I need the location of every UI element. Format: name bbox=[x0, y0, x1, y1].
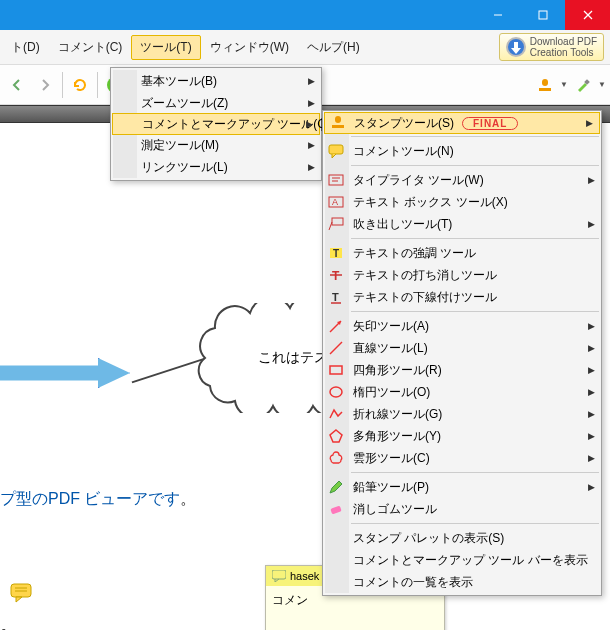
menu-item-rectangle-tool[interactable]: 四角形ツール(R)▶ bbox=[323, 359, 601, 381]
cloud-icon bbox=[327, 449, 345, 467]
svg-point-32 bbox=[330, 387, 342, 397]
highlight-icon: T bbox=[327, 244, 345, 262]
line-icon bbox=[327, 339, 345, 357]
svg-text:T: T bbox=[333, 248, 339, 259]
menu-item-measure-tools[interactable]: 測定ツール(M)▶ bbox=[111, 134, 321, 156]
chevron-right-icon: ▶ bbox=[588, 387, 595, 397]
menu-item-polyline-tool[interactable]: 折れ線ツール(G)▶ bbox=[323, 403, 601, 425]
menu-item-callout-tool[interactable]: 吹き出しツール(T)▶ bbox=[323, 213, 601, 235]
menu-item-zoom-tools[interactable]: ズームツール(Z)▶ bbox=[111, 92, 321, 114]
chevron-right-icon: ▶ bbox=[308, 76, 315, 86]
menu-help[interactable]: ヘルプ(H) bbox=[298, 35, 369, 60]
menu-item-underline-tool[interactable]: T テキストの下線付けツール bbox=[323, 286, 601, 308]
menu-item-comment-tool[interactable]: コメントツール(N) bbox=[323, 140, 601, 162]
textbox-icon: A bbox=[327, 193, 345, 211]
chevron-right-icon: ▶ bbox=[308, 162, 315, 172]
svg-rect-14 bbox=[335, 116, 341, 123]
chevron-right-icon: ▶ bbox=[588, 321, 595, 331]
menu-item-link-tools[interactable]: リンクツール(L)▶ bbox=[111, 156, 321, 178]
menu-item-show-markup-toolbar[interactable]: コメントとマークアップ ツール バーを表示 bbox=[323, 549, 601, 571]
menu-item-cloud-tool[interactable]: 雲形ツール(C)▶ bbox=[323, 447, 601, 469]
markup-tools-submenu: スタンプツール(S) FINAL ▶ コメントツール(N) タイプライタ ツール… bbox=[322, 110, 602, 596]
chevron-right-icon: ▶ bbox=[306, 119, 313, 129]
underline-icon: T bbox=[327, 288, 345, 306]
oval-icon bbox=[327, 383, 345, 401]
svg-rect-13 bbox=[272, 570, 286, 579]
chevron-right-icon: ▶ bbox=[588, 175, 595, 185]
download-pdf-tools-button[interactable]: Download PDF Creation Tools bbox=[499, 33, 604, 61]
menu-comment[interactable]: コメント(C) bbox=[49, 35, 132, 60]
close-button[interactable] bbox=[565, 0, 610, 30]
stamp-icon bbox=[329, 114, 347, 132]
polyline-icon bbox=[327, 405, 345, 423]
polygon-icon bbox=[327, 427, 345, 445]
typewriter-icon bbox=[327, 171, 345, 189]
chevron-right-icon: ▶ bbox=[588, 409, 595, 419]
menu-item-eraser-tool[interactable]: 消しゴムツール bbox=[323, 498, 601, 520]
chevron-right-icon: ▶ bbox=[588, 365, 595, 375]
callout-icon bbox=[327, 215, 345, 233]
toolbar-stamp-button[interactable] bbox=[532, 72, 558, 98]
svg-text:T: T bbox=[332, 269, 340, 283]
svg-rect-31 bbox=[330, 366, 342, 374]
minimize-button[interactable] bbox=[475, 0, 520, 30]
body-text: プ型のPDF ビューアです。 bbox=[0, 489, 196, 510]
sticky-note-author: hasek bbox=[290, 570, 319, 582]
menu-item-highlight-tool[interactable]: T テキストの強調 ツール bbox=[323, 242, 601, 264]
strikeout-icon: T bbox=[327, 266, 345, 284]
arrow-annotation[interactable] bbox=[0, 358, 130, 388]
comment-icon[interactable] bbox=[10, 583, 32, 607]
toolbar-forward-button[interactable] bbox=[32, 72, 58, 98]
menu-edit[interactable]: ト(D) bbox=[2, 35, 49, 60]
eraser-icon bbox=[327, 500, 345, 518]
svg-rect-33 bbox=[330, 505, 341, 514]
svg-rect-22 bbox=[332, 218, 343, 225]
menu-item-stamp-tool[interactable]: スタンプツール(S) FINAL ▶ bbox=[324, 112, 600, 134]
text-fragment: 。 bbox=[0, 613, 18, 630]
menu-item-typewriter-tool[interactable]: タイプライタ ツール(W)▶ bbox=[323, 169, 601, 191]
menu-item-arrow-tool[interactable]: 矢印ツール(A)▶ bbox=[323, 315, 601, 337]
dropdown-arrow-icon[interactable]: ▼ bbox=[560, 80, 568, 89]
svg-rect-15 bbox=[332, 125, 344, 128]
rectangle-icon bbox=[327, 361, 345, 379]
comment-icon bbox=[272, 570, 286, 582]
menu-item-pencil-tool[interactable]: 鉛筆ツール(P)▶ bbox=[323, 476, 601, 498]
chevron-right-icon: ▶ bbox=[588, 453, 595, 463]
menu-item-strikeout-tool[interactable]: T テキストの打ち消しツール bbox=[323, 264, 601, 286]
menu-item-line-tool[interactable]: 直線ツール(L)▶ bbox=[323, 337, 601, 359]
menu-window[interactable]: ウィンドウ(W) bbox=[201, 35, 298, 60]
menu-item-polygon-tool[interactable]: 多角形ツール(Y)▶ bbox=[323, 425, 601, 447]
svg-line-30 bbox=[330, 342, 342, 354]
download-icon bbox=[506, 37, 526, 57]
chevron-right-icon: ▶ bbox=[308, 98, 315, 108]
svg-rect-16 bbox=[329, 145, 343, 154]
comment-icon bbox=[327, 142, 345, 160]
svg-text:T: T bbox=[332, 291, 339, 303]
menu-item-oval-tool[interactable]: 楕円ツール(O)▶ bbox=[323, 381, 601, 403]
menu-item-show-stamp-palette[interactable]: スタンプ パレットの表示(S) bbox=[323, 527, 601, 549]
svg-rect-7 bbox=[542, 79, 548, 86]
svg-rect-8 bbox=[539, 88, 551, 91]
chevron-right-icon: ▶ bbox=[586, 118, 593, 128]
chevron-right-icon: ▶ bbox=[588, 482, 595, 492]
menu-tools[interactable]: ツール(T) bbox=[131, 35, 200, 60]
dropdown-arrow-icon[interactable]: ▼ bbox=[598, 80, 606, 89]
toolbar-reload-button[interactable] bbox=[67, 72, 93, 98]
chevron-right-icon: ▶ bbox=[588, 431, 595, 441]
maximize-button[interactable] bbox=[520, 0, 565, 30]
svg-text:A: A bbox=[332, 197, 338, 207]
menubar: ト(D) コメント(C) ツール(T) ウィンドウ(W) ヘルプ(H) Down… bbox=[0, 30, 610, 65]
menu-item-show-comment-list[interactable]: コメントの一覧を表示 bbox=[323, 571, 601, 593]
svg-rect-17 bbox=[329, 175, 343, 185]
menu-item-textbox-tool[interactable]: A テキスト ボックス ツール(X) bbox=[323, 191, 601, 213]
chevron-right-icon: ▶ bbox=[588, 219, 595, 229]
menu-item-comment-markup-tools[interactable]: コメントとマークアップ ツール(C)▶ bbox=[112, 113, 320, 135]
toolbar-back-button[interactable] bbox=[4, 72, 30, 98]
pencil-icon bbox=[327, 478, 345, 496]
chevron-right-icon: ▶ bbox=[308, 140, 315, 150]
menu-item-basic-tools[interactable]: 基本ツール(B)▶ bbox=[111, 70, 321, 92]
arrow-icon bbox=[327, 317, 345, 335]
tools-menu: 基本ツール(B)▶ ズームツール(Z)▶ コメントとマークアップ ツール(C)▶… bbox=[110, 67, 322, 181]
chevron-right-icon: ▶ bbox=[588, 343, 595, 353]
toolbar-brush-button[interactable] bbox=[570, 72, 596, 98]
